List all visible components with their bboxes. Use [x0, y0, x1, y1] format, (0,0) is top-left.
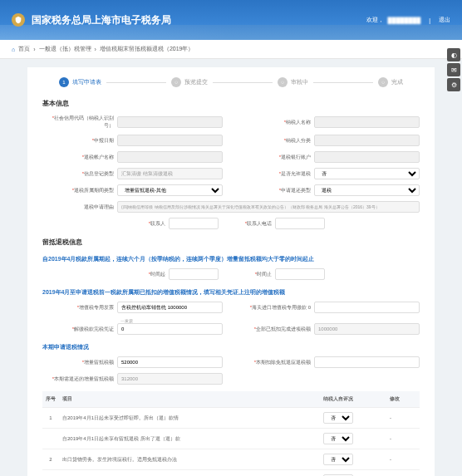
breadcrumb: ⌂ 首页 › 一般退（抵）税管理 › 增值税期末留抵税额退税（2019年）: [0, 40, 462, 59]
label-bqsb: *本期扣除免抵退应退税额: [239, 359, 314, 366]
tax-logo: [12, 13, 25, 27]
breadcrumb-l2: 增值税期末留抵税额退税（2019年）: [100, 45, 194, 53]
breadcrumb-l1[interactable]: 一般退（抵）税管理: [39, 45, 91, 53]
select-sfzh[interactable]: 退税: [314, 184, 420, 196]
label-zzrq: *时间止: [243, 271, 275, 278]
blue-title-2: 2019年4月至申请退税前一税款所属期已抵扣的增值税额情况，填写相关凭证上注明的…: [42, 288, 420, 297]
th-idx: 序号: [42, 391, 59, 408]
label-zyfp: *增值税专用发票: [42, 304, 117, 312]
label-xstse: *信息登记类型: [42, 170, 117, 178]
input-sssq[interactable]: [314, 135, 420, 146]
label-zlld: *增量留抵税额: [42, 359, 117, 366]
label-yjse: *全部已抵扣完成进项税额: [239, 326, 314, 333]
select-btslx[interactable]: 否: [314, 168, 420, 179]
side-tool-2[interactable]: ✉: [447, 63, 460, 76]
input-qsrq[interactable]: [169, 268, 219, 280]
label-btslx: *是否允许退税: [239, 170, 314, 178]
step-3: ○审核中: [278, 77, 308, 87]
row-select[interactable]: 否: [323, 412, 353, 424]
input-nsrsbh[interactable]: [117, 116, 223, 128]
label-jsbl: *本期需退还的增量留抵税额: [42, 375, 117, 383]
section-liudi: 留抵退税信息: [42, 238, 420, 247]
home-icon[interactable]: ⌂: [12, 47, 15, 52]
label-jbr: *联系人: [137, 220, 169, 228]
th-val: 纳税人自评况: [320, 391, 386, 408]
th-item: 项目: [59, 391, 320, 408]
input-lxrmc[interactable]: [117, 151, 223, 163]
label-nsrsbh: *社会信用代码（纳税人识别号）: [42, 115, 117, 130]
input-addr[interactable]: [117, 201, 420, 213]
step-2: ○预览提交: [171, 77, 208, 87]
logout-link[interactable]: 退出: [439, 16, 450, 24]
row-select[interactable]: 否: [323, 433, 353, 444]
label-sfzh: *申请退还类型: [239, 187, 314, 194]
table-row: 自2019年4月1日起未享有留抵退税 所出了退（退）款否-: [42, 429, 420, 449]
blue-title-3: 本期申请退税情况: [42, 343, 420, 351]
step-1: 1填写申请表: [59, 77, 101, 87]
input-hgjk[interactable]: [314, 302, 420, 313]
label-addr: 退税申请理由: [42, 204, 117, 211]
input-xstse[interactable]: [117, 168, 223, 179]
th-op: 修改: [386, 391, 420, 408]
step-indicator: 1填写申请表 ○预览提交 ○审核中 ○完成: [42, 77, 420, 87]
input-nsrmc[interactable]: [314, 116, 420, 128]
label-qsrq: *时间起: [137, 271, 169, 278]
welcome-text: 欢迎，: [366, 16, 384, 24]
side-tool-3[interactable]: ⚙: [447, 78, 460, 91]
input-zyfp[interactable]: [117, 302, 223, 313]
label-sysb: *退税所属期间类型: [42, 187, 117, 194]
table-row: 3连续六个月（按季纳税的，连续两个季度）增量留抵税额均大于零的起时间否-: [42, 470, 420, 477]
label-jbrdh: *联系人电话: [243, 220, 275, 228]
select-sysb[interactable]: 增量留抵退税-其他: [117, 184, 223, 196]
input-jspz[interactable]: [117, 323, 223, 335]
input-jsbl[interactable]: [117, 373, 223, 385]
side-tool-1[interactable]: ◐: [447, 48, 460, 61]
table-row: 1自2019年4月1日起未享受过即征即。所出（退）款情否-: [42, 408, 420, 429]
label-hgjk: *海关进口增值税专用缴款 0: [239, 304, 314, 312]
label-lxdh: *退税银行账户: [239, 154, 314, 161]
input-bqsb[interactable]: [314, 356, 420, 368]
table-row: 2出口货物劳务。发生跨境应税行。适用免抵退税办法否-: [42, 449, 420, 470]
conditions-table: 序号 项目 纳税人自评况 修改 1自2019年4月1日起未享受过即征即。所出（退…: [42, 391, 420, 476]
label-lxrmc: *退税帐户名称: [42, 154, 117, 161]
input-sbrq[interactable]: [117, 135, 223, 146]
label-sbrq: *申报日期: [42, 137, 117, 145]
header-title: 国家税务总局上海市电子税务局: [32, 13, 171, 27]
input-zzrq[interactable]: [275, 268, 325, 280]
input-jbrdh[interactable]: [275, 218, 325, 229]
user-placeholder: ████████: [387, 17, 420, 23]
label-nsrmc: *纳税人名称: [239, 119, 314, 126]
section-basic: 基本信息: [42, 99, 420, 108]
step-4: ○完成: [378, 77, 403, 87]
input-yjse[interactable]: [314, 323, 420, 335]
label-jspz: *解缴税款完税凭证: [42, 326, 117, 333]
blue-title-1: 自2019年4月税款所属期起，连续六个月（按季纳税的，连续两个季度）增量留抵税额…: [42, 255, 420, 263]
row-select[interactable]: 否: [323, 454, 353, 465]
input-lxdh[interactable]: [314, 151, 420, 163]
label-sssq: *纳税人分类: [239, 137, 314, 145]
breadcrumb-home[interactable]: 首页: [18, 45, 30, 53]
input-jbr[interactable]: [169, 218, 219, 229]
input-zlld[interactable]: [117, 356, 223, 368]
